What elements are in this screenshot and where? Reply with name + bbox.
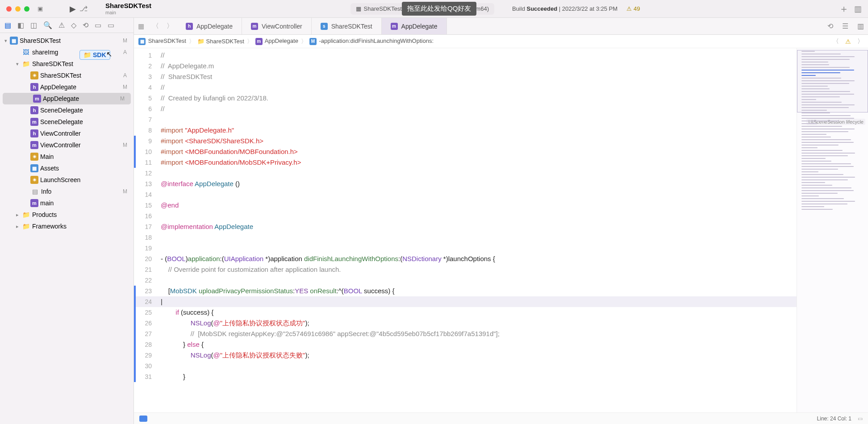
tree-item-appdelegate[interactable]: mAppDelegateM [3, 93, 131, 104]
code-line[interactable]: 30 [134, 361, 797, 371]
tree-item-frameworks[interactable]: ▸📁Frameworks [0, 220, 134, 232]
status-menu-icon[interactable]: ▭ [858, 416, 863, 422]
issue-navigator-icon[interactable]: ⚠ [58, 21, 65, 29]
code-line[interactable]: 27 // [MobSDK registerAppKey:@"2c574691c… [134, 328, 797, 339]
run-button[interactable]: ▶ [70, 4, 76, 14]
code-line[interactable]: 6// [134, 104, 797, 114]
tree-item-viewcontroller[interactable]: hViewController [0, 128, 134, 139]
source-control-navigator-icon[interactable]: ◧ [17, 21, 24, 29]
code-line[interactable]: 16 [134, 211, 797, 221]
code-text: // Override point for customization afte… [157, 264, 341, 275]
line-number: 4 [136, 82, 157, 93]
code-line[interactable]: 5// Created by liufangli on 2022/3/18. [134, 93, 797, 104]
nav-forward-button[interactable]: 〉 [163, 18, 177, 34]
symbol-navigator-icon[interactable]: ◫ [30, 21, 37, 29]
jump-segment[interactable]: ▦ ShareSDKTest [138, 37, 186, 45]
tree-item-scenedelegate[interactable]: hSceneDelegate [0, 104, 134, 116]
code-line[interactable]: 15@end [134, 200, 797, 211]
tree-item-assets[interactable]: ▦Assets [0, 162, 134, 174]
warnings-indicator[interactable]: ⚠ 49 [626, 5, 640, 12]
tree-item-shareimg[interactable]: 🖼shareImgA [0, 46, 134, 58]
code-line[interactable]: 14 [134, 189, 797, 200]
file-tree[interactable]: ▾▦ShareSDKTestM🖼shareImgA▾📁ShareSDKTest✴… [0, 33, 134, 424]
jump-bar[interactable]: ▦ ShareSDKTest〉📁 ShareSDKTest〉m AppDeleg… [134, 35, 868, 48]
editor-tab-appdelegate[interactable]: mAppDelegate [382, 18, 447, 34]
tree-item-main[interactable]: mmain [0, 197, 134, 209]
code-line[interactable]: 20- (BOOL)application:(UIApplication *)a… [134, 254, 797, 264]
debug-navigator-icon[interactable]: ⟲ [83, 21, 88, 29]
tree-item-scenedelegate[interactable]: mSceneDelegate [0, 116, 134, 128]
code-line[interactable]: 1// [134, 50, 797, 61]
zoom-button[interactable] [24, 6, 29, 12]
tree-item-launchscreen[interactable]: ✴LaunchScreen [0, 174, 134, 186]
tree-item-main[interactable]: ✴Main [0, 151, 134, 162]
add-button[interactable]: ＋ [839, 2, 849, 16]
line-number: 25 [136, 307, 157, 318]
related-items-icon[interactable]: ▦ [134, 18, 148, 34]
code-line[interactable]: 22 [134, 275, 797, 286]
editor-tab-appdelegate[interactable]: hAppDelegate [177, 18, 242, 34]
disclosure-icon[interactable]: ▾ [13, 61, 21, 67]
code-line[interactable]: 26 NSLog(@"上传隐私协议授权状态成功"); [134, 318, 797, 328]
code-line[interactable]: 29 NSLog(@"上传隐私协议授权状态失败"); [134, 350, 797, 361]
code-line[interactable]: 3// ShareSDKTest [134, 71, 797, 82]
source-control-icon[interactable]: ⎇ [79, 4, 88, 13]
tree-item-info[interactable]: ▤InfoM [0, 186, 134, 197]
editor-tab-viewcontroller[interactable]: mViewController [242, 18, 312, 34]
review-changes-icon[interactable]: ⟲ [822, 18, 838, 34]
code-line[interactable]: 21 // Override point for customization a… [134, 264, 797, 275]
disclosure-icon[interactable]: ▸ [13, 212, 21, 218]
disclosure-icon[interactable]: ▸ [13, 224, 21, 229]
tree-item-appdelegate[interactable]: hAppDelegateM [0, 81, 134, 93]
code-line[interactable]: 2// AppDelegate.m [134, 61, 797, 71]
code-line[interactable]: 18 [134, 232, 797, 243]
build-status[interactable]: Build Succeeded | 2022/3/22 at 3:25 PM [512, 5, 618, 12]
code-line[interactable]: 10#import <MOBFoundation/MOBFoundation.h… [134, 146, 797, 157]
tree-item-sharesdktest[interactable]: ▾▦ShareSDKTestM [0, 35, 134, 46]
tree-item-sharesdktest[interactable]: ▾📁ShareSDKTest [0, 58, 134, 70]
close-button[interactable] [6, 6, 12, 12]
editor-tab-sharesdktest[interactable]: sShareSDKTest [312, 18, 382, 34]
add-editor-icon[interactable]: ▥ [853, 18, 868, 34]
code-line[interactable]: 9#import <ShareSDK/ShareSDK.h> [134, 136, 797, 146]
code-line[interactable]: 7 [134, 114, 797, 125]
minimize-button[interactable] [15, 6, 21, 12]
disclosure-icon[interactable]: ▾ [2, 38, 10, 44]
code-line[interactable]: 13@interface AppDelegate () [134, 179, 797, 189]
next-issue-button[interactable]: 〉 [857, 37, 864, 46]
editor-options-icon[interactable]: ☰ [838, 18, 853, 34]
tree-item-viewcontroller[interactable]: mViewControllerM [0, 139, 134, 151]
code-line[interactable]: 25 if (success) { [134, 307, 797, 318]
code-line[interactable]: 19 [134, 243, 797, 254]
project-navigator-icon[interactable]: ▤ [4, 21, 11, 29]
code-line[interactable]: 8#import "AppDelegate.h" [134, 125, 797, 136]
tab-label: ShareSDKTest [331, 23, 372, 30]
jump-segment[interactable]: 📁 ShareSDKTest [197, 38, 244, 45]
code-line[interactable]: 11#import <MOBFoundation/MobSDK+Privacy.… [134, 157, 797, 168]
prev-issue-button[interactable]: 〈 [833, 37, 839, 46]
tree-item-products[interactable]: ▸📁Products [0, 209, 134, 220]
jump-segment[interactable]: M -application:didFinishLaunchingWithOpt… [309, 37, 434, 45]
sidebar-toggle-icon[interactable]: ▣ [38, 5, 43, 12]
report-navigator-icon[interactable]: ▭ [108, 21, 114, 29]
find-navigator-icon[interactable]: 🔍 [43, 21, 52, 29]
test-navigator-icon[interactable]: ◇ [71, 21, 76, 29]
code-line[interactable]: 17@implementation AppDelegate [134, 221, 797, 232]
code-text: @end [157, 200, 179, 211]
jump-segment[interactable]: m AppDelegate [255, 37, 298, 45]
code-line[interactable]: 12 [134, 168, 797, 179]
code-editor[interactable]: 1//2// AppDelegate.m3// ShareSDKTest4//5… [134, 48, 797, 412]
nav-back-button[interactable]: 〈 [148, 18, 163, 34]
breakpoint-navigator-icon[interactable]: ▭ [95, 21, 101, 29]
file-label: ShareSDKTest [40, 72, 121, 79]
status-chip[interactable] [139, 416, 147, 422]
code-line[interactable]: 23 [MobSDK uploadPrivacyPermissionStatus… [134, 286, 797, 296]
code-line[interactable]: 31 } [134, 371, 797, 382]
minimap[interactable]: UISceneSession lifecycle [797, 48, 868, 412]
right-panel-toggle[interactable]: ▥ [854, 4, 862, 14]
code-line[interactable]: 24| [134, 296, 797, 307]
code-line[interactable]: 4// [134, 82, 797, 93]
code-line[interactable]: 28 } else { [134, 339, 797, 350]
line-number: 9 [136, 136, 157, 146]
tree-item-sharesdktest[interactable]: ✴ShareSDKTestA [0, 70, 134, 81]
